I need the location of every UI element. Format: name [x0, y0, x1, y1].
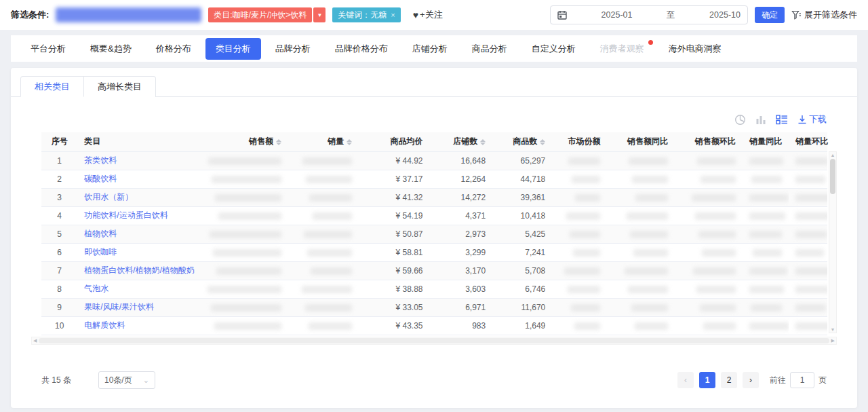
- follow-button[interactable]: ♥ +关注: [413, 9, 443, 21]
- category-link[interactable]: 植物蛋白饮料/植物奶/植物酸奶: [84, 265, 195, 275]
- cell-sales: [197, 225, 288, 243]
- date-range-picker[interactable]: 2025-01 至 2025-10: [550, 5, 748, 24]
- table-row: 5植物饮料¥ 50.872,9735,425: [41, 225, 827, 243]
- sort-caret-icon[interactable]: [480, 139, 486, 145]
- date-end-value[interactable]: 2025-10: [709, 10, 741, 20]
- expand-filters-button[interactable]: 展开筛选条件: [791, 9, 857, 21]
- category-link[interactable]: 即饮咖啡: [84, 247, 117, 257]
- cell-volume_yoy: [743, 188, 789, 206]
- cell-sales_mom: [675, 261, 743, 280]
- scroll-left-icon[interactable]: ◀: [33, 338, 37, 343]
- cell-value: ¥ 58.81: [395, 248, 422, 257]
- nav-tab-9[interactable]: 自定义分析: [521, 38, 586, 60]
- page-button-2[interactable]: 2: [721, 372, 737, 388]
- sort-caret-icon[interactable]: [347, 139, 352, 145]
- cell-value: 1: [57, 156, 62, 166]
- column-header-volume[interactable]: 销量: [288, 132, 359, 151]
- cell-volume: [288, 170, 359, 188]
- redacted-value: [749, 157, 783, 165]
- redacted-value: [795, 304, 826, 312]
- redacted-value: [635, 322, 668, 330]
- redacted-value: [218, 212, 281, 220]
- column-header-products[interactable]: 商品数: [492, 132, 552, 151]
- category-link[interactable]: 功能饮料/运动蛋白饮料: [84, 210, 167, 220]
- nav-tab-6[interactable]: 品牌价格分布: [325, 38, 398, 60]
- column-header-market_share: 市场份额: [552, 132, 607, 151]
- nav-tab-7[interactable]: 店铺分析: [402, 38, 458, 60]
- cell-value: 5,708: [525, 266, 545, 276]
- category-link[interactable]: 电解质饮料: [84, 320, 125, 330]
- goto-page-input[interactable]: [790, 372, 814, 388]
- total-count-label: 共 15 条: [41, 375, 71, 386]
- category-link[interactable]: 茶类饮料: [84, 155, 117, 165]
- nav-tab-5[interactable]: 品牌分析: [265, 38, 321, 60]
- category-link[interactable]: 果味/风味/果汁饮料: [84, 302, 154, 312]
- category-link[interactable]: 植物饮料: [84, 229, 117, 238]
- cell-value: 16,648: [461, 156, 486, 166]
- redacted-value: [572, 176, 600, 183]
- scroll-right-icon[interactable]: ▶: [831, 338, 835, 343]
- cell-volume_mom: [789, 261, 827, 280]
- cell-value: 7: [57, 266, 62, 276]
- subtab-2[interactable]: 高增长类目: [84, 76, 156, 97]
- close-icon[interactable]: ×: [391, 11, 395, 19]
- sort-caret-icon[interactable]: [540, 139, 545, 145]
- redacted-value: [304, 231, 352, 238]
- date-start-value[interactable]: 2025-01: [601, 10, 633, 20]
- confirm-button[interactable]: 确定: [755, 7, 785, 23]
- scroll-up-icon[interactable]: ▲: [831, 153, 835, 157]
- prev-page-button[interactable]: ‹: [677, 372, 694, 388]
- redacted-value: [698, 231, 736, 238]
- sort-caret-icon[interactable]: [276, 139, 281, 145]
- table-view-icon[interactable]: [776, 114, 788, 125]
- column-header-shops[interactable]: 店铺数: [430, 132, 493, 151]
- table-row: 6即饮咖啡¥ 58.813,2997,241: [41, 243, 827, 261]
- next-page-button[interactable]: ›: [743, 372, 759, 388]
- cell-value: 4,371: [465, 211, 486, 221]
- subtab-1[interactable]: 相关类目: [20, 76, 84, 97]
- vertical-scrollbar[interactable]: ▲ ▼: [829, 151, 837, 333]
- category-link[interactable]: 饮用水（新）: [84, 192, 133, 202]
- cell-market_share: [552, 170, 607, 188]
- redacted-value: [697, 157, 736, 165]
- column-header-sales[interactable]: 销售额: [197, 132, 288, 151]
- page-button-1[interactable]: 1: [699, 372, 715, 388]
- bar-chart-view-icon[interactable]: [755, 114, 766, 125]
- cell-sales: [197, 188, 288, 206]
- redacted-value: [305, 304, 352, 312]
- redacted-value: [632, 176, 668, 183]
- cell-volume_yoy: [743, 151, 789, 170]
- column-label: 商品均价: [391, 136, 423, 146]
- redacted-value: [629, 157, 668, 165]
- column-label: 销量同比: [749, 136, 782, 146]
- nav-tab-11[interactable]: 海外电商洞察: [658, 38, 732, 60]
- nav-tab-1[interactable]: 平台分析: [20, 38, 76, 60]
- vertical-scroll-thumb[interactable]: [830, 159, 835, 194]
- nav-tab-4[interactable]: 类目分析: [205, 38, 261, 60]
- redacted-value: [628, 286, 668, 293]
- category-link[interactable]: 碳酸饮料: [84, 174, 117, 183]
- page-size-select[interactable]: 10条/页 ⌄: [98, 371, 155, 389]
- category-link[interactable]: 气泡水: [84, 284, 108, 293]
- keyword-filter-tag[interactable]: 关键词：无糖 ×: [332, 7, 400, 22]
- category-subtabs: 相关类目高增长类目: [11, 68, 857, 97]
- cell-sales_mom: [675, 188, 743, 206]
- redacted-value: [696, 286, 736, 293]
- redacted-filter-value: [56, 7, 201, 22]
- horizontal-scroll-thumb[interactable]: [39, 338, 829, 343]
- nav-tab-3[interactable]: 价格分布: [146, 38, 201, 60]
- nav-tab-8[interactable]: 商品分析: [462, 38, 517, 60]
- download-button[interactable]: 下载: [797, 113, 827, 126]
- scroll-down-icon[interactable]: ▼: [831, 327, 835, 332]
- cell-category: 植物蛋白饮料/植物奶/植物酸奶: [77, 261, 197, 280]
- pie-chart-view-icon[interactable]: [734, 114, 746, 126]
- horizontal-scrollbar[interactable]: ◀ ▶: [31, 337, 837, 345]
- redacted-value: [211, 304, 281, 312]
- column-header-num: 序号: [41, 132, 77, 151]
- category-dropdown-button[interactable]: ▼: [313, 7, 326, 22]
- cell-shops: 3,170: [430, 261, 493, 280]
- cell-market_share: [552, 225, 607, 243]
- cell-shops: 14,272: [430, 188, 493, 206]
- category-filter-tag[interactable]: 类目:咖啡/麦片/冲饮>饮料: [208, 7, 312, 22]
- nav-tab-2[interactable]: 概要&趋势: [80, 38, 142, 60]
